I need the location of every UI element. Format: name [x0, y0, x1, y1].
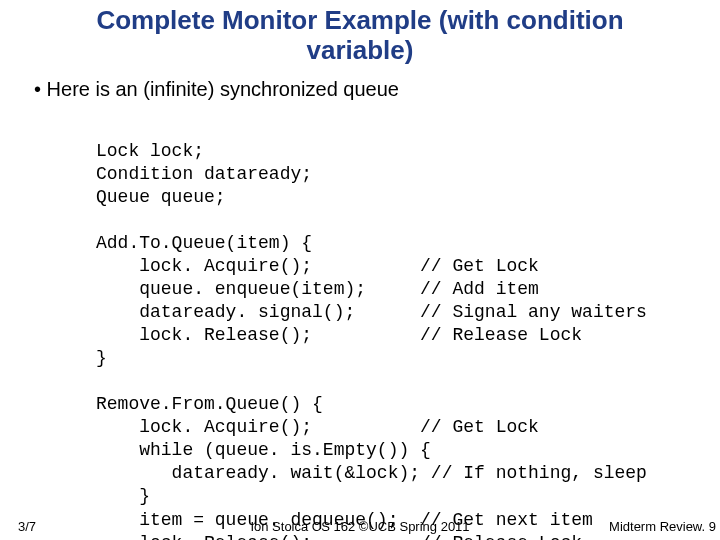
slide: Complete Monitor Example (with condition… [0, 0, 720, 540]
footer-right: Midterm Review. 9 [609, 519, 716, 534]
code-block: Lock lock; Condition dataready; Queue qu… [96, 140, 647, 540]
slide-title: Complete Monitor Example (with condition… [0, 0, 720, 66]
bullet-line: • Here is an (infinite) synchronized que… [0, 66, 720, 101]
